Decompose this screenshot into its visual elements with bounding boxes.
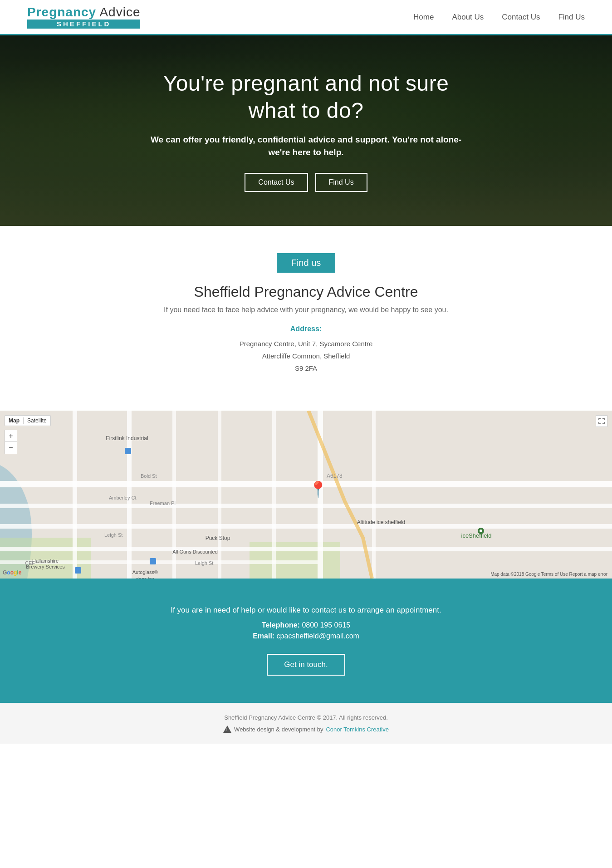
svg-text:Leigh St: Leigh St <box>104 532 122 538</box>
svg-point-43 <box>480 530 482 532</box>
hero-section: You're pregnant and not sure what to do?… <box>0 35 612 226</box>
svg-rect-38 <box>125 448 131 454</box>
nav-home[interactable]: Home <box>413 13 434 22</box>
hero-content: You're pregnant and not sure what to do?… <box>136 61 476 201</box>
svg-text:CEF: CEF <box>25 560 35 566</box>
svg-text:Leigh St: Leigh St <box>195 560 213 566</box>
site-header: Pregnancy Advice SHEFFIELD Home About Us… <box>0 0 612 35</box>
svg-rect-4 <box>0 504 612 508</box>
map-fullscreen-button[interactable] <box>596 415 607 427</box>
svg-text:Amberley Ct: Amberley Ct <box>109 495 137 500</box>
map-svg: Bold St Amberley Ct Leigh St Freeman Pl … <box>0 411 612 579</box>
hero-find-button[interactable]: Find Us <box>315 173 367 192</box>
footer-dev-link[interactable]: Conor Tomkins Creative <box>326 726 388 733</box>
contact-section: If you are in need of help or would like… <box>0 579 612 703</box>
warning-icon <box>223 726 231 733</box>
map-tab-bar: Map Satellite <box>5 415 51 426</box>
contact-telephone-label: Telephone: <box>262 621 300 629</box>
svg-text:Autoglass®: Autoglass® <box>132 569 158 575</box>
svg-rect-11 <box>218 411 221 579</box>
site-footer: Sheffield Pregnancy Advice Centre © 2017… <box>0 703 612 744</box>
contact-email-label: Email: <box>253 632 274 640</box>
find-us-title: Sheffield Pregnancy Advice Centre <box>9 284 603 300</box>
address-label: Address: <box>9 325 603 333</box>
svg-rect-39 <box>150 558 156 564</box>
nav-contact[interactable]: Contact Us <box>502 13 540 22</box>
logo-text-top: Pregnancy Advice <box>27 5 140 20</box>
svg-rect-3 <box>0 481 612 487</box>
logo: Pregnancy Advice SHEFFIELD <box>27 5 140 29</box>
svg-rect-8 <box>73 411 77 579</box>
nav-find[interactable]: Find Us <box>558 13 585 22</box>
contact-telephone: Telephone: 0800 195 0615 <box>9 621 603 629</box>
svg-text:A6178: A6178 <box>327 473 343 479</box>
map-pin-marker: 📍 <box>308 480 328 498</box>
hero-title: You're pregnant and not sure what to do? <box>145 70 467 124</box>
map-zoom-controls: + − <box>5 430 17 454</box>
svg-text:Firstlink Industrial: Firstlink Industrial <box>106 435 148 441</box>
svg-rect-5 <box>0 524 612 529</box>
hero-contact-button[interactable]: Contact Us <box>245 173 308 192</box>
map-zoom-in-button[interactable]: + <box>5 430 17 442</box>
contact-email-value: cpacsheffield@gmail.com <box>277 632 359 640</box>
svg-rect-14 <box>372 411 376 579</box>
address-line2: Attercliffe Common, Sheffield <box>9 350 603 362</box>
logo-text-bottom: SHEFFIELD <box>27 20 140 29</box>
contact-text: If you are in need of help or would like… <box>9 606 603 615</box>
main-nav: Home About Us Contact Us Find Us <box>413 13 585 22</box>
svg-text:Freeman Pl: Freeman Pl <box>150 500 176 506</box>
map-tab-satellite[interactable]: Satellite <box>24 416 50 426</box>
get-in-touch-button[interactable]: Get in touch. <box>267 654 345 676</box>
map-google-logo: Google <box>3 569 21 576</box>
find-us-section: Find us Sheffield Pregnancy Advice Centr… <box>0 226 612 411</box>
footer-dev-text: Website design & development by <box>234 726 323 733</box>
svg-text:Altitude ice sheffield: Altitude ice sheffield <box>357 519 406 525</box>
contact-email: Email: cpacsheffield@gmail.com <box>9 632 603 640</box>
svg-rect-40 <box>75 567 81 574</box>
svg-text:Bold St: Bold St <box>141 473 157 479</box>
logo-pregnancy: Pregnancy <box>27 5 96 19</box>
fullscreen-icon <box>598 418 605 424</box>
footer-dev-credit: Website design & development by Conor To… <box>9 726 603 733</box>
map-zoom-out-button[interactable]: − <box>5 442 17 454</box>
svg-rect-6 <box>0 547 612 551</box>
logo-advice: Advice <box>96 5 140 19</box>
hero-buttons: Contact Us Find Us <box>145 173 467 192</box>
address-line1: Pregnancy Centre, Unit 7, Sycamore Centr… <box>9 338 603 350</box>
nav-about[interactable]: About Us <box>452 13 484 22</box>
contact-telephone-value: 0800 195 0615 <box>302 621 350 629</box>
map-tab-map[interactable]: Map <box>5 416 23 426</box>
map-attribution: Map data ©2018 Google Terms of Use Repor… <box>490 572 607 577</box>
svg-text:Hallamshire: Hallamshire <box>32 558 59 564</box>
hero-subtitle: We can offer you friendly, confidential … <box>145 133 467 159</box>
svg-text:Puck Stop: Puck Stop <box>206 535 230 541</box>
address-line3: S9 2FA <box>9 362 603 374</box>
find-us-badge: Find us <box>277 253 336 273</box>
address-text: Pregnancy Centre, Unit 7, Sycamore Centr… <box>9 338 603 374</box>
svg-text:All Guns Discounted: All Guns Discounted <box>172 549 218 554</box>
svg-text:iceSheffield: iceSheffield <box>461 532 492 539</box>
map-container: Bold St Amberley Ct Leigh St Freeman Pl … <box>0 411 612 579</box>
svg-rect-12 <box>272 411 276 579</box>
svg-text:dogs inc: dogs inc <box>136 576 155 579</box>
footer-copyright: Sheffield Pregnancy Advice Centre © 2017… <box>9 714 603 721</box>
find-us-description: If you need face to face help advice wit… <box>9 306 603 314</box>
